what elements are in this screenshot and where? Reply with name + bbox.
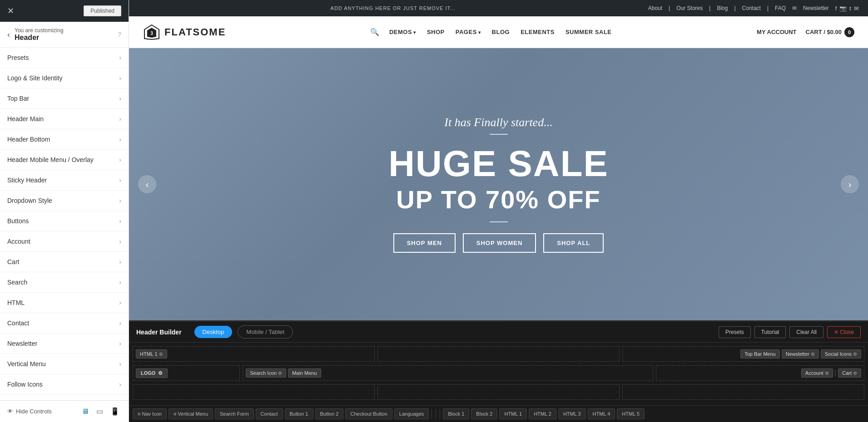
toolbar-button1[interactable]: Button 1 [285, 408, 313, 419]
hb-element-search-icon[interactable]: Search Icon ⚙ [246, 368, 286, 378]
sidebar-menu: Presets › Logo & Site Identity › Top Bar… [0, 48, 129, 400]
sidebar-item-top-bar[interactable]: Top Bar › [0, 88, 129, 109]
hero-title-line2: UP TO 70% OFF [388, 185, 609, 214]
twitter-icon[interactable]: t [849, 5, 851, 12]
sidebar-item-header-mobile-menu[interactable]: Header Mobile Menu / Overlay › [0, 150, 129, 170]
hb-element-top-bar-menu[interactable]: Top Bar Menu [740, 349, 779, 358]
top-bar-contact-link[interactable]: Contact [742, 5, 761, 11]
cart-count-badge: 0 [844, 27, 854, 37]
toolbar-html5[interactable]: HTML 5 [617, 408, 645, 419]
instagram-icon[interactable]: 📷 [839, 5, 847, 12]
hide-controls-button[interactable]: 👁 Hide Controls [7, 408, 52, 415]
facebook-icon[interactable]: f [835, 5, 837, 12]
site-navigation: 🔍 DEMOS SHOP PAGES BLOG ELEMENTS SUMMER … [367, 25, 616, 39]
top-bar-blog-link[interactable]: Blog [717, 5, 728, 11]
tutorial-button[interactable]: Tutorial [754, 326, 786, 338]
search-icon[interactable]: 🔍 [367, 28, 383, 36]
email-icon[interactable]: ✉ [854, 5, 859, 12]
presets-button[interactable]: Presets [719, 326, 751, 338]
hb-element-account[interactable]: Account ⚙ [801, 368, 833, 378]
toolbar-contact[interactable]: Contact [256, 408, 283, 419]
toolbar-block2[interactable]: Block 2 [471, 408, 497, 419]
cart-label: Cart [842, 370, 852, 376]
sidebar-item-account[interactable]: Account › [0, 231, 129, 252]
main-menu-label: Main Menu [292, 370, 317, 376]
chevron-right-icon: › [119, 197, 121, 204]
sidebar-item-sticky-header[interactable]: Sticky Header › [0, 170, 129, 191]
toolbar-button2[interactable]: Button 2 [315, 408, 344, 419]
hb-element-cart[interactable]: Cart ⚙ [838, 368, 861, 378]
sidebar-item-logo-site-identity[interactable]: Logo & Site Identity › [0, 68, 129, 88]
close-button[interactable]: ✕ [7, 6, 14, 16]
sidebar-item-header-bottom[interactable]: Header Bottom › [0, 129, 129, 150]
close-builder-button[interactable]: ✕ Close [827, 326, 861, 338]
sidebar-item-vertical-menu[interactable]: Vertical Menu › [0, 354, 129, 374]
sidebar-item-label: Dropdown Style [7, 197, 52, 204]
hb-element-logo[interactable]: LOGO ⚙ [136, 368, 168, 378]
my-account-link[interactable]: MY ACCOUNT [757, 29, 796, 35]
hb-element-main-menu[interactable]: Main Menu [288, 368, 321, 378]
shop-men-button[interactable]: SHOP MEN [393, 233, 456, 253]
desktop-icon[interactable]: 🖥 [80, 406, 91, 417]
toolbar-html4[interactable]: HTML 4 [588, 408, 615, 419]
toolbar-html1[interactable]: HTML 1 [499, 408, 527, 419]
toolbar-search-form[interactable]: Search Form [215, 408, 254, 419]
clear-all-button[interactable]: Clear All [789, 326, 823, 338]
chevron-right-icon: › [119, 136, 121, 143]
top-bar-our-stores-link[interactable]: Our Stores [676, 5, 703, 11]
sidebar-item-contact[interactable]: Contact › [0, 313, 129, 334]
shop-women-button[interactable]: SHOP WOMEN [463, 233, 536, 253]
nav-item-shop[interactable]: SHOP [422, 25, 449, 39]
back-button[interactable]: ‹ [7, 30, 10, 39]
top-bar-faq-link[interactable]: FAQ [775, 5, 786, 11]
mobile-icon[interactable]: 📱 [109, 405, 121, 417]
published-button[interactable]: Published [84, 5, 121, 16]
toolbar-vertical-menu[interactable]: ≡ Vertical Menu [169, 408, 213, 419]
toolbar-html3[interactable]: HTML 3 [558, 408, 586, 419]
shop-all-button[interactable]: SHOP ALL [543, 233, 604, 253]
hb-element-social-icons[interactable]: Social Icons ⚙ [821, 349, 861, 358]
nav-item-demos[interactable]: DEMOS [385, 25, 421, 39]
top-bar-newsletter-link[interactable]: Newsletter [803, 5, 829, 11]
sidebar-item-header-main[interactable]: Header Main › [0, 109, 129, 129]
toolbar-languages[interactable]: Languages [394, 408, 429, 419]
tab-mobile-tablet[interactable]: Mobile / Tablet [238, 325, 293, 339]
cart-button[interactable]: CART / $0.00 0 [806, 27, 854, 37]
sidebar-item-search[interactable]: Search › [0, 272, 129, 293]
hb-cell-1-3: Top Bar Menu Newsletter ⚙ Social Icons ⚙ [622, 346, 864, 362]
chevron-right-icon: › [119, 258, 121, 265]
hero-next-button[interactable]: › [841, 175, 859, 193]
toolbar-block1[interactable]: Block 1 [443, 408, 469, 419]
toolbar-checkout-button[interactable]: Checkout Button [345, 408, 392, 419]
hero-prev-button[interactable]: ‹ [138, 175, 156, 193]
toolbar-html2[interactable]: HTML 2 [529, 408, 556, 419]
sidebar-item-html[interactable]: HTML › [0, 293, 129, 313]
hb-element-html1[interactable]: HTML 1 ⚙ [136, 349, 167, 358]
sidebar-item-dropdown-style[interactable]: Dropdown Style › [0, 191, 129, 211]
hb-cell-1-2 [377, 346, 620, 362]
hero-subtitle: It has Finally started... [388, 116, 609, 129]
nav-item-summer-sale[interactable]: SUMMER SALE [561, 25, 616, 39]
chevron-right-icon: › [119, 156, 121, 163]
sidebar-item-follow-icons[interactable]: Follow Icons › [0, 374, 129, 395]
nav-item-elements[interactable]: ELEMENTS [516, 25, 559, 39]
tablet-icon[interactable]: ▭ [94, 405, 105, 417]
nav-item-pages[interactable]: PAGES [451, 25, 486, 39]
gear-icon: ⚙ [158, 370, 163, 376]
newsletter-label: Newsletter [786, 351, 809, 357]
header-builder-rows: HTML 1 ⚙ Top Bar Menu Newsletter ⚙ Socia… [129, 343, 868, 405]
tab-desktop[interactable]: Desktop [194, 326, 233, 338]
sidebar: ✕ Published ‹ You are customizing Header… [0, 0, 129, 422]
hb-element-newsletter[interactable]: Newsletter ⚙ [782, 349, 819, 358]
top-bar-about-link[interactable]: About [648, 5, 662, 11]
sidebar-item-cart[interactable]: Cart › [0, 252, 129, 272]
nav-item-blog[interactable]: BLOG [487, 25, 515, 39]
sidebar-item-label: Header Bottom [7, 136, 50, 143]
sidebar-item-buttons[interactable]: Buttons › [0, 211, 129, 231]
gear-icon: ⚙ [811, 352, 815, 357]
sidebar-item-presets[interactable]: Presets › [0, 48, 129, 68]
sidebar-item-newsletter[interactable]: Newsletter › [0, 334, 129, 354]
help-icon[interactable]: ? [118, 31, 121, 38]
toolbar-nav-icon[interactable]: ≡ Nav Icon [133, 408, 167, 419]
site-logo[interactable]: 3 FLATSOME [143, 23, 226, 41]
